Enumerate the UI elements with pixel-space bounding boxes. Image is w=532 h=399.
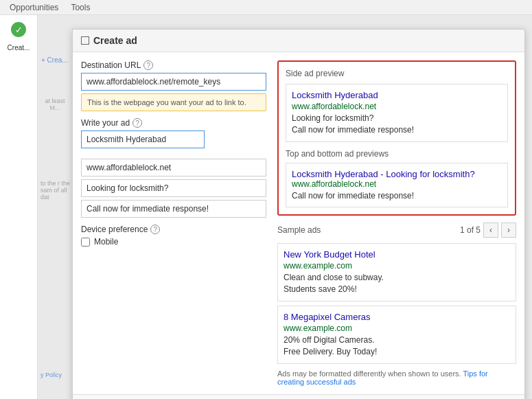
side-ad-desc: Looking for locksmith? Call now for imme… <box>292 113 502 136</box>
sample-ad-2: 8 Megapixel Cameras www.example.com 20% … <box>277 306 516 364</box>
samples-next-button[interactable]: › <box>501 223 516 238</box>
form-section: Destination URL ? This is the webpage yo… <box>81 60 266 386</box>
mobile-checkbox-row: Mobile <box>81 237 266 247</box>
sample-ad2-url: www.example.com <box>284 323 510 333</box>
footer-note: Ads may be formatted differently when sh… <box>277 369 516 386</box>
destination-url-hint: This is the webpage you want your ad to … <box>81 93 266 111</box>
dialog-title: Create ad <box>93 35 137 46</box>
desc1-input[interactable] <box>81 179 266 197</box>
device-preference-help-icon[interactable]: ? <box>150 225 160 234</box>
samples-nav: 1 of 5 ‹ › <box>460 223 516 238</box>
preview-box: Side ad preview Locksmith Hyderabad www.… <box>277 60 516 216</box>
top-bottom-preview-label: Top and bottom ad previews <box>286 149 508 159</box>
write-your-ad-label: Write your ad ? <box>81 118 266 128</box>
samples-title: Sample ads <box>277 225 321 235</box>
dialog-header-icon <box>81 36 89 45</box>
top-ad-headline: Locksmith Hyderabad - Looking for locksm… <box>292 169 502 179</box>
side-ad-url: www.affordablelock.net <box>292 102 502 111</box>
destination-url-label: Destination URL ? <box>81 60 266 70</box>
mobile-checkbox[interactable] <box>81 238 90 247</box>
desc2-input[interactable] <box>81 200 266 218</box>
preview-section: Side ad preview Locksmith Hyderabad www.… <box>277 60 516 386</box>
main-content: at least M... to the r the sam of all da… <box>38 15 532 399</box>
write-your-ad-help-icon[interactable]: ? <box>132 118 142 128</box>
side-ad-headline: Locksmith Hyderabad <box>292 90 502 100</box>
mobile-label: Mobile <box>94 237 118 247</box>
samples-section: Sample ads 1 of 5 ‹ › New York Budget Ho… <box>277 223 516 385</box>
tab-tools[interactable]: Tools <box>68 1 93 14</box>
dialog-body: Destination URL ? This is the webpage yo… <box>73 52 524 394</box>
sidebar: ✓ Creat... <box>0 15 38 399</box>
headline-input[interactable] <box>81 130 205 148</box>
samples-prev-button[interactable]: ‹ <box>483 223 498 238</box>
display-url-input[interactable] <box>81 159 266 176</box>
sample-ad-1: New York Budget Hotel www.example.com Cl… <box>277 243 516 301</box>
destination-url-input[interactable] <box>81 73 266 91</box>
top-ad-desc: Call now for immediate response! <box>292 190 502 202</box>
top-bar: Opportunities Tools <box>0 0 532 15</box>
top-ad-preview: Locksmith Hyderabad - Looking for locksm… <box>286 163 508 208</box>
device-preference-section: Device preference ? Mobile <box>81 225 266 247</box>
destination-url-group: Destination URL ? This is the webpage yo… <box>81 60 266 111</box>
destination-url-help-icon[interactable]: ? <box>143 60 153 70</box>
sample-ad2-desc: 20% off Digital Cameras. Free Delivery. … <box>284 334 510 358</box>
top-bar-tabs: Opportunities Tools <box>7 1 93 14</box>
sample-ad1-desc: Clean and close to subway. Students save… <box>284 272 510 295</box>
sample-ad2-headline: 8 Megapixel Cameras <box>284 312 510 322</box>
side-ad-preview: Locksmith Hyderabad www.affordablelock.n… <box>286 84 508 142</box>
device-preference-label: Device preference ? <box>81 225 266 234</box>
sidebar-create-label: Creat... <box>8 44 30 52</box>
write-your-ad-group: Write your ad ? <box>81 118 266 218</box>
dialog-header: Create ad <box>73 30 524 52</box>
sample-ad1-url: www.example.com <box>284 261 510 271</box>
create-ad-dialog: Create ad Destination URL ? This is the … <box>72 29 525 399</box>
side-ad-preview-label: Side ad preview <box>286 69 508 78</box>
top-ad-url: www.affordablelock.net <box>292 179 502 189</box>
samples-header: Sample ads 1 of 5 ‹ › <box>277 223 516 238</box>
sidebar-check-icon: ✓ <box>11 22 26 37</box>
samples-count: 1 of 5 <box>460 225 481 235</box>
dialog-footer: Save Cancel <box>73 394 524 399</box>
tab-opportunities[interactable]: Opportunities <box>7 1 61 14</box>
sample-ad1-headline: New York Budget Hotel <box>284 249 510 260</box>
